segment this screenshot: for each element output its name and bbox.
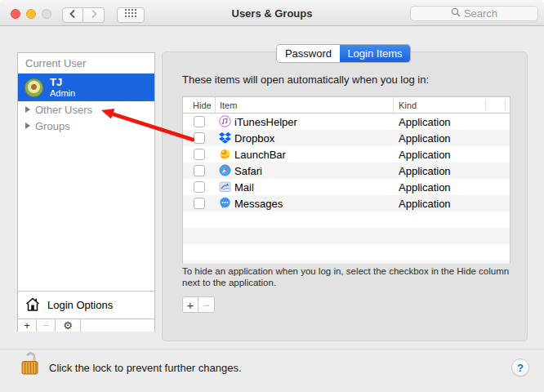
item-name: Messages [234, 198, 283, 210]
users-groups-window: Users & Groups Search Current User TJ Ad… [0, 0, 544, 392]
sidebar-item-current-user[interactable]: TJ Admin [18, 74, 154, 101]
show-all-button[interactable] [117, 7, 145, 23]
tab-bar: Password Login Items [277, 45, 410, 62]
table-row[interactable]: Dropbox Application [183, 130, 510, 146]
remove-user-button: − [37, 319, 56, 332]
item-name: Mail [234, 181, 254, 194]
grid-icon [125, 9, 136, 22]
search-icon [451, 7, 461, 20]
groups-label: Groups [35, 120, 70, 132]
pane-heading: These items will open automatically when… [182, 74, 525, 86]
column-header-item[interactable]: Item [220, 100, 237, 110]
column-divider [393, 97, 394, 113]
chevron-right-icon [90, 9, 98, 21]
footer-divider [0, 349, 544, 350]
item-kind: Application [399, 181, 451, 194]
table-body: iTunesHelper Application [183, 114, 510, 264]
table-row[interactable]: Messages Application [183, 195, 510, 212]
close-button[interactable] [11, 9, 20, 19]
add-remove-group: + − [182, 296, 215, 313]
disclosure-triangle-icon[interactable] [25, 122, 30, 129]
user-name: TJ [50, 77, 75, 88]
tab-password[interactable]: Password [277, 45, 340, 62]
itunes-helper-icon [219, 115, 231, 127]
tab-login-items[interactable]: Login Items [340, 45, 410, 62]
sidebar-toolbar: + − ⚙ [18, 318, 154, 332]
column-divider [485, 100, 486, 110]
item-name: Safari [234, 165, 262, 177]
item-name: Dropbox [234, 132, 274, 145]
table-row[interactable]: iTunesHelper Application [183, 114, 510, 130]
messages-icon [219, 197, 231, 209]
hide-help-text: To hide an application when you log in, … [182, 266, 524, 288]
minimize-button[interactable] [26, 9, 36, 19]
current-user-header: Current User [18, 53, 154, 74]
hide-checkbox[interactable] [194, 132, 205, 144]
login-options-label: Login Options [47, 299, 113, 311]
table-header: Hide Item Kind [183, 97, 510, 114]
hide-checkbox[interactable] [194, 165, 205, 176]
title-bar: Users & Groups Search [0, 0, 544, 26]
item-kind: Application [399, 165, 451, 177]
column-header-kind[interactable]: Kind [399, 100, 417, 110]
help-button[interactable]: ? [511, 359, 529, 376]
item-kind: Application [399, 132, 451, 145]
item-name: LaunchBar [234, 149, 286, 161]
item-kind: Application [399, 149, 451, 161]
back-button[interactable] [62, 7, 83, 23]
nav-button-group [62, 7, 105, 23]
safari-icon [219, 164, 231, 176]
table-row[interactable]: Mail Application [183, 179, 510, 195]
remove-login-item-button: − [198, 296, 215, 313]
add-login-item-button[interactable]: + [182, 296, 198, 313]
item-kind: Application [399, 116, 451, 128]
user-avatar [25, 78, 43, 97]
hide-checkbox[interactable] [194, 116, 205, 127]
user-role: Admin [50, 88, 75, 98]
other-users-label: Other Users [35, 104, 92, 116]
lock-caption: Click the lock to prevent further change… [49, 362, 242, 374]
mail-icon [219, 180, 231, 193]
home-icon [25, 296, 41, 314]
column-divider [215, 97, 216, 113]
hide-checkbox[interactable] [194, 181, 205, 193]
table-row[interactable]: Safari Application [183, 163, 510, 179]
dropbox-icon [219, 131, 231, 144]
gear-icon[interactable]: ⚙ [56, 319, 81, 332]
hide-checkbox[interactable] [194, 198, 205, 209]
search-placeholder: Search [464, 7, 497, 20]
item-name: iTunesHelper [234, 116, 297, 128]
chevron-left-icon [69, 9, 77, 21]
zoom-button-disabled [42, 9, 51, 19]
launchbar-icon [219, 148, 231, 160]
hide-checkbox[interactable] [194, 149, 205, 160]
column-header-hide[interactable]: Hide [193, 100, 212, 110]
forward-button[interactable] [83, 7, 105, 23]
search-input[interactable]: Search [410, 6, 538, 21]
column-divider [505, 100, 506, 110]
user-list-sidebar: Current User TJ Admin Other Users Groups [17, 52, 155, 332]
item-kind: Application [399, 198, 451, 210]
sidebar-item-login-options[interactable]: Login Options [18, 291, 154, 318]
unlocked-lock-icon[interactable] [20, 350, 41, 381]
disclosure-triangle-icon[interactable] [25, 106, 30, 113]
add-user-button[interactable]: + [18, 319, 37, 332]
sidebar-item-groups[interactable]: Groups [18, 118, 154, 134]
sidebar-item-other-users[interactable]: Other Users [18, 101, 154, 118]
login-items-table: Hide Item Kind iTunesHelper [182, 96, 511, 264]
table-row[interactable]: LaunchBar Application [183, 146, 510, 163]
